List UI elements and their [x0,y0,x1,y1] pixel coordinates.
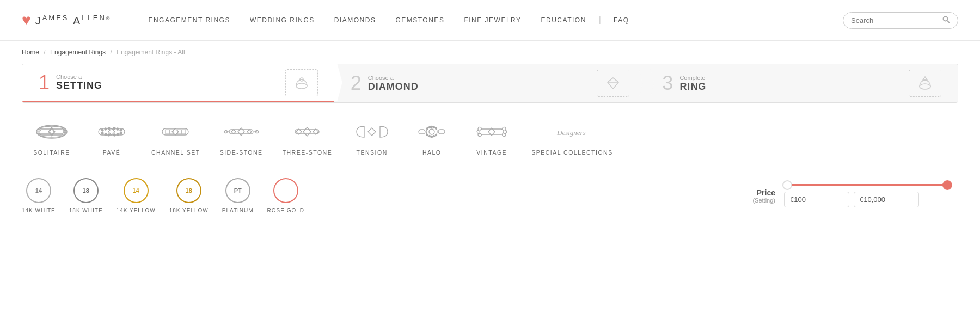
price-range-track[interactable] [784,184,947,186]
logo[interactable]: ♥ JAMES ALLEN® [22,11,111,29]
svg-rect-52 [419,130,425,134]
filter-special-collections[interactable]: Designers SPECIAL COLLECTIONS [522,119,622,156]
breadcrumb-current: Engagement Rings - All [117,48,185,56]
metal-options: 14 14K WHITE 18 18K WHITE 14 14K YELLOW … [22,178,752,213]
svg-marker-39 [231,130,236,134]
filter-special-collections-label: SPECIAL COLLECTIONS [531,149,612,156]
search-input[interactable] [851,16,942,24]
step-1-label: SETTING [56,80,102,91]
metal-14k-yellow[interactable]: 14 14K YELLOW [117,178,156,213]
step-1-choose: Choose a [56,73,102,80]
logo-text: JAMES ALLEN® [35,14,112,27]
filter-channel-set-label: CHANNEL SET [151,149,200,156]
svg-point-51 [429,129,434,134]
filter-solitaire[interactable]: SOLITAIRE [22,119,82,156]
svg-point-20 [108,127,110,130]
svg-marker-38 [238,128,244,136]
svg-point-57 [433,126,434,128]
step-2-choose: Choose a [368,75,419,81]
step-3-number: 3 [662,73,673,93]
step-2-text: Choose a DIAMOND [368,75,419,93]
side-stone-icon [222,119,260,144]
price-max-input[interactable] [854,192,919,207]
filter-three-stone[interactable]: THREE-STONE [273,119,342,156]
svg-point-63 [426,134,428,136]
svg-point-61 [431,136,432,137]
step-2-number: 2 [351,73,362,93]
logo-heart-icon: ♥ [22,11,31,29]
nav-item-engagement-rings[interactable]: Engagement Rings [138,16,240,24]
step-1-icon-box [285,69,318,96]
filter-channel-set[interactable]: CHANNEL SET [142,119,210,156]
filter-tension[interactable]: TENSION [342,119,402,156]
metal-14k-white[interactable]: 14 14K WHITE [22,178,56,213]
svg-point-56 [431,126,432,127]
svg-marker-40 [247,130,252,134]
main-nav: Engagement Rings Wedding Rings Diamonds … [138,15,843,25]
step-3-icon-box [909,70,941,97]
filter-tension-label: TENSION [357,149,388,156]
nav-item-education[interactable]: Education [531,16,596,24]
svg-point-58 [435,127,437,129]
metal-18k-yellow[interactable]: 18 18K YELLOW [169,178,209,213]
nav-item-gemstones[interactable]: Gemstones [385,16,454,24]
svg-point-18 [101,129,103,131]
filter-pave[interactable]: PAVÉ [82,119,142,156]
step-3-label: RING [679,81,706,93]
metal-18k-white[interactable]: 18 18K WHITE [69,178,103,213]
filter-halo[interactable]: HALO [402,119,462,156]
nav-item-diamonds[interactable]: Diamonds [324,16,386,24]
metal-18k-white-circle: 18 [74,178,99,203]
price-range-area [784,184,958,207]
price-range-thumb-max[interactable] [942,180,952,190]
price-min-input[interactable] [784,192,849,207]
step-2-diamond[interactable]: 2 Choose a DIAMOND [334,64,646,102]
metal-rose-gold[interactable]: ROSE GOLD [267,178,304,213]
solitaire-icon [33,119,71,144]
filter-halo-label: HALO [422,149,442,156]
svg-point-2 [296,83,307,89]
step-3-choose: Complete [679,75,706,81]
price-range-thumb-min[interactable] [782,180,792,190]
svg-rect-45 [295,130,319,134]
step-1-setting[interactable]: 1 Choose a SETTING [22,64,334,102]
breadcrumb-home[interactable]: Home [22,48,39,56]
filter-side-stone[interactable]: SIDE-STONE [210,119,273,156]
metal-18k-yellow-label: 18K YELLOW [169,207,209,213]
metal-14k-white-label: 14K WHITE [22,207,56,213]
nav-item-wedding-rings[interactable]: Wedding Rings [240,16,324,24]
filter-categories: SOLITAIRE PAVÉ [0,103,980,167]
metal-14k-yellow-label: 14K YELLOW [117,207,156,213]
svg-point-59 [435,134,437,136]
svg-point-22 [117,128,119,130]
svg-point-27 [113,134,115,136]
nav-item-fine-jewelry[interactable]: Fine Jewelry [454,16,531,24]
pave-icon [93,119,131,144]
steps-progress: 1 Choose a SETTING 2 Choose a DIAMOND [22,64,958,103]
filter-pave-label: PAVÉ [103,149,120,156]
options-row: 14 14K WHITE 18 18K WHITE 14 14K YELLOW … [0,167,980,224]
price-filter: Price (Setting) [752,184,958,207]
step-3-text: Complete RING [679,75,706,93]
channel-set-icon [157,119,195,144]
filter-vintage-label: VINTAGE [476,149,507,156]
svg-rect-53 [438,130,445,134]
search-box [843,12,958,29]
step-3-ring[interactable]: 3 Complete RING [646,64,958,102]
step-1-text: Choose a SETTING [56,73,102,91]
svg-point-55 [428,126,430,128]
metal-platinum[interactable]: PT PLATINUM [222,178,254,213]
search-icon[interactable] [942,16,950,25]
svg-point-28 [117,133,119,136]
breadcrumb-sep-2: / [110,48,112,56]
svg-point-62 [428,135,430,137]
svg-line-7 [613,78,618,82]
metal-18k-yellow-circle: 18 [176,178,201,203]
breadcrumb: Home / Engagement Rings / Engagement Rin… [0,41,980,64]
breadcrumb-engagement[interactable]: Engagement Rings [50,48,106,56]
metal-rose-gold-circle [273,178,298,203]
svg-line-6 [608,78,613,82]
svg-point-24 [101,132,103,134]
nav-item-faq[interactable]: FAQ [604,16,639,24]
filter-vintage[interactable]: VINTAGE [462,119,522,156]
